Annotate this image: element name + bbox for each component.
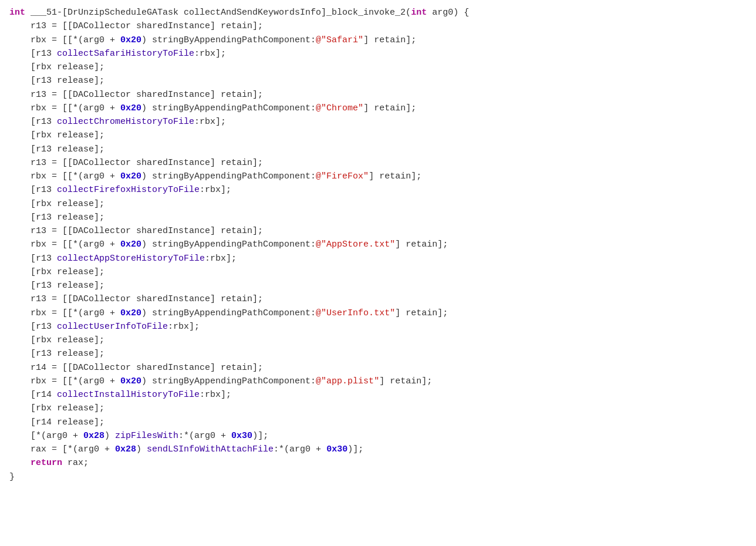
code-token-plain: [r13 <box>9 320 57 333</box>
code-token-plain: r14 = [[DACollector sharedInstance] reta… <box>9 361 263 375</box>
code-line: rbx = [[*(arg0 + 0x20) stringByAppending… <box>0 306 756 320</box>
code-token-plain: )]; <box>252 429 268 443</box>
code-token-plain: ___51-[DrUnzipScheduleGATask collectAndS… <box>25 6 411 19</box>
code-token-plain: :rbx]; <box>205 252 237 265</box>
code-token-hex: 0x20 <box>120 33 141 47</box>
code-line: [rbx release]; <box>0 60 756 74</box>
code-line: [r13 release]; <box>0 279 756 292</box>
code-token-plain: r13 = [[DACollector sharedInstance] reta… <box>9 292 263 306</box>
code-line: [r13 release]; <box>0 347 756 360</box>
code-line: [r13 collectSafariHistoryToFile:rbx]; <box>0 47 756 60</box>
code-token-fn: collectInstallHistoryToFile <box>57 388 200 402</box>
code-token-plain: [r14 <box>9 388 57 402</box>
code-token-plain: ] retain]; <box>363 33 416 47</box>
code-token-plain: [*(arg0 + <box>9 429 83 443</box>
code-token-plain: :rbx]; <box>194 115 226 129</box>
code-line: rbx = [[*(arg0 + 0x20) stringByAppending… <box>0 33 756 47</box>
code-line: [r14 release]; <box>0 416 756 429</box>
code-token-plain: ) <box>104 429 115 443</box>
code-line: r13 = [[DACollector sharedInstance] reta… <box>0 156 756 170</box>
code-line: [rbx release]; <box>0 333 756 347</box>
code-token-fn: zipFilesWith <box>115 429 178 443</box>
code-token-plain: ] retain]; <box>369 170 421 183</box>
code-token-plain: rbx = [[*(arg0 + <box>9 102 120 115</box>
code-token-plain: :rbx]; <box>194 47 226 60</box>
code-token-plain: ) stringByAppendingPathComponent: <box>141 102 316 115</box>
code-line: [rbx release]; <box>0 197 756 211</box>
code-token-kw: int <box>411 6 427 19</box>
code-token-plain: [r13 release]; <box>9 74 104 87</box>
code-line: [r14 collectInstallHistoryToFile:rbx]; <box>0 388 756 402</box>
code-line: return rax; <box>0 456 756 470</box>
code-token-plain: [r13 release]; <box>9 211 104 224</box>
code-viewer: int ___51-[DrUnzipScheduleGATask collect… <box>0 0 756 546</box>
code-line: r13 = [[DACollector sharedInstance] reta… <box>0 224 756 238</box>
code-token-plain: [r13 <box>9 183 57 197</box>
code-token-hex: 0x28 <box>115 443 136 456</box>
code-token-str: @"FireFox" <box>316 170 369 183</box>
code-line: r13 = [[DACollector sharedInstance] reta… <box>0 88 756 102</box>
code-token-plain: :rbx]; <box>200 183 231 197</box>
code-token-plain: ] retain]; <box>395 238 448 251</box>
code-token-hex: 0x20 <box>120 238 141 251</box>
code-line: rbx = [[*(arg0 + 0x20) stringByAppending… <box>0 102 756 115</box>
code-line: [r13 collectAppStoreHistoryToFile:rbx]; <box>0 252 756 265</box>
code-token-fn: collectAppStoreHistoryToFile <box>57 252 205 265</box>
code-line: [rbx release]; <box>0 265 756 279</box>
code-token-plain: ) stringByAppendingPathComponent: <box>141 375 316 388</box>
code-token-plain: ] retain]; <box>363 102 416 115</box>
code-token-kw: int <box>9 6 25 19</box>
code-token-fn: sendLSInfoWithAttachFile <box>147 443 274 456</box>
code-token-plain: ) <box>136 443 147 456</box>
code-token-plain: [r13 release]; <box>9 279 104 292</box>
code-token-plain: r13 = [[DACollector sharedInstance] reta… <box>9 88 263 102</box>
code-token-hex: 0x20 <box>120 375 141 388</box>
code-line: r13 = [[DACollector sharedInstance] reta… <box>0 292 756 306</box>
code-token-str: @"Safari" <box>316 33 363 47</box>
code-token-hex: 0x28 <box>83 429 104 443</box>
code-token-plain: ] retain]; <box>379 375 432 388</box>
code-token-str: @"app.plist" <box>316 375 379 388</box>
code-token-plain: :*(arg0 + <box>178 429 231 443</box>
code-token-str: @"Chrome" <box>316 102 363 115</box>
code-line: int ___51-[DrUnzipScheduleGATask collect… <box>0 6 756 19</box>
code-token-plain: ) stringByAppendingPathComponent: <box>141 170 316 183</box>
code-token-plain: [rbx release]; <box>9 333 104 347</box>
code-token-plain: :*(arg0 + <box>274 443 326 456</box>
code-token-plain: ) stringByAppendingPathComponent: <box>141 306 316 320</box>
code-token-plain <box>9 456 31 470</box>
code-token-plain: )]; <box>347 443 363 456</box>
code-token-plain: arg0) { <box>427 6 469 19</box>
code-token-hex: 0x20 <box>120 102 141 115</box>
code-token-plain: r13 = [[DACollector sharedInstance] reta… <box>9 156 263 170</box>
code-token-plain: rbx = [[*(arg0 + <box>9 375 120 388</box>
code-token-str: @"UserInfo.txt" <box>316 306 395 320</box>
code-token-fn: collectFirefoxHistoryToFile <box>57 183 200 197</box>
code-line: [rbx release]; <box>0 129 756 142</box>
code-token-plain: [r14 release]; <box>9 416 104 429</box>
code-line: rax = [*(arg0 + 0x28) sendLSInfoWithAtta… <box>0 443 756 456</box>
code-token-plain: rbx = [[*(arg0 + <box>9 170 120 183</box>
code-token-plain: [r13 <box>9 115 57 129</box>
code-token-plain: r13 = [[DACollector sharedInstance] reta… <box>9 19 263 33</box>
code-token-plain: rax; <box>62 456 89 470</box>
code-token-plain: rbx = [[*(arg0 + <box>9 238 120 251</box>
code-token-plain: rax = [*(arg0 + <box>9 443 115 456</box>
code-line: rbx = [[*(arg0 + 0x20) stringByAppending… <box>0 238 756 251</box>
code-token-plain: [rbx release]; <box>9 265 104 279</box>
code-token-hex: 0x20 <box>120 306 141 320</box>
code-token-plain: [rbx release]; <box>9 402 104 415</box>
code-token-plain: [r13 release]; <box>9 143 104 156</box>
code-token-fn: collectSafariHistoryToFile <box>57 47 194 60</box>
code-token-plain: [r13 <box>9 252 57 265</box>
code-token-plain: ) stringByAppendingPathComponent: <box>141 238 316 251</box>
code-token-plain: [r13 release]; <box>9 347 104 360</box>
code-line: [r13 collectChromeHistoryToFile:rbx]; <box>0 115 756 129</box>
code-line: [*(arg0 + 0x28) zipFilesWith:*(arg0 + 0x… <box>0 429 756 443</box>
code-token-plain: r13 = [[DACollector sharedInstance] reta… <box>9 224 263 238</box>
code-token-plain: :rbx]; <box>200 388 231 402</box>
code-token-fn: collectChromeHistoryToFile <box>57 115 194 129</box>
code-token-plain: [rbx release]; <box>9 60 104 74</box>
code-line: [rbx release]; <box>0 402 756 415</box>
code-line: r13 = [[DACollector sharedInstance] reta… <box>0 19 756 33</box>
